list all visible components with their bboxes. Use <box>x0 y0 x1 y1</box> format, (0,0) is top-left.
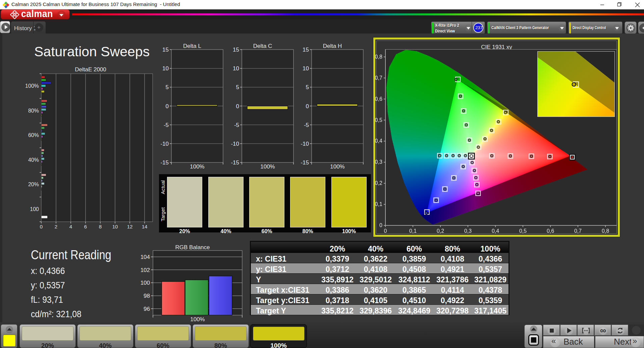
svg-text:100%: 100% <box>190 316 205 323</box>
svg-text:5: 5 <box>306 84 309 90</box>
svg-text:0,1: 0,1 <box>409 228 417 234</box>
svg-text:80%: 80% <box>28 108 39 114</box>
svg-text:100%: 100% <box>190 163 204 170</box>
svg-text:0,3: 0,3 <box>464 228 472 234</box>
svg-text:100%: 100% <box>260 163 275 170</box>
svg-text:0: 0 <box>40 224 43 229</box>
svg-text:0,7: 0,7 <box>574 228 582 234</box>
svg-text:0,7: 0,7 <box>375 75 382 81</box>
svg-text:0,4: 0,4 <box>492 228 499 234</box>
svg-text:0,2: 0,2 <box>437 228 444 234</box>
svg-text:-15: -15 <box>231 159 239 166</box>
svg-text:15: 15 <box>162 47 169 53</box>
svg-text:5: 5 <box>236 84 239 90</box>
svg-text:RGB Balance: RGB Balance <box>175 244 210 251</box>
svg-text:20%: 20% <box>28 182 39 187</box>
svg-text:10: 10 <box>233 65 239 72</box>
svg-text:Delta H: Delta H <box>323 43 342 49</box>
svg-text:100: 100 <box>141 280 150 286</box>
svg-text:10: 10 <box>112 224 118 229</box>
svg-text:-15: -15 <box>160 159 169 166</box>
svg-text:8: 8 <box>99 224 102 229</box>
svg-text:100%: 100% <box>25 83 39 89</box>
svg-text:104: 104 <box>141 254 150 260</box>
svg-text:14: 14 <box>142 224 148 229</box>
svg-text:-10: -10 <box>231 141 239 147</box>
svg-text:0,2: 0,2 <box>375 180 382 186</box>
svg-text:-15: -15 <box>301 159 309 166</box>
svg-text:0,5: 0,5 <box>519 228 527 234</box>
svg-text:-10: -10 <box>301 141 309 147</box>
svg-text:10: 10 <box>162 65 169 72</box>
svg-text:-5: -5 <box>234 122 239 128</box>
svg-text:0: 0 <box>236 103 239 110</box>
svg-text:0: 0 <box>306 103 309 110</box>
svg-text:-10: -10 <box>160 141 169 147</box>
svg-text:6: 6 <box>84 224 87 229</box>
svg-text:0,3: 0,3 <box>375 159 382 165</box>
svg-text:60%: 60% <box>28 132 39 138</box>
svg-text:100: 100 <box>30 206 39 212</box>
svg-text:0,4: 0,4 <box>375 138 382 144</box>
svg-text:4: 4 <box>69 224 72 229</box>
svg-text:0,6: 0,6 <box>375 96 382 102</box>
svg-text:0,1: 0,1 <box>375 201 382 207</box>
svg-text:10: 10 <box>303 65 309 72</box>
svg-text:15: 15 <box>303 47 309 53</box>
svg-text:5: 5 <box>166 84 169 90</box>
svg-text:0,8: 0,8 <box>602 228 609 234</box>
svg-text:98: 98 <box>144 293 150 299</box>
svg-text:12: 12 <box>127 224 133 229</box>
svg-text:2: 2 <box>55 224 57 229</box>
svg-text:102: 102 <box>141 267 150 273</box>
svg-text:0,6: 0,6 <box>547 228 554 234</box>
svg-text:-5: -5 <box>164 122 169 128</box>
svg-text:40%: 40% <box>28 157 39 163</box>
svg-text:96: 96 <box>144 306 150 312</box>
svg-text:0,8: 0,8 <box>375 54 382 60</box>
svg-text:100%: 100% <box>330 163 344 170</box>
svg-text:Delta C: Delta C <box>253 43 272 49</box>
svg-text:0: 0 <box>166 103 169 110</box>
svg-text:-5: -5 <box>304 122 309 128</box>
svg-text:DeltaE 2000: DeltaE 2000 <box>75 66 106 73</box>
svg-text:0: 0 <box>384 228 387 234</box>
svg-text:∞: ∞ <box>600 326 606 335</box>
svg-text:Delta L: Delta L <box>183 43 201 49</box>
svg-text:0,5: 0,5 <box>375 117 382 123</box>
svg-text:15: 15 <box>233 47 239 53</box>
svg-text:0: 0 <box>379 222 382 228</box>
